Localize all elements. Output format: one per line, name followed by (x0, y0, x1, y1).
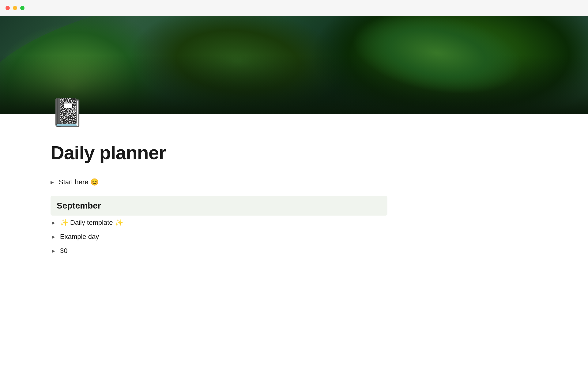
example-day-item[interactable]: ▶ Example day (52, 230, 537, 244)
toggle-arrow-daily-template: ▶ (52, 220, 55, 225)
day-30-label: 30 (60, 247, 67, 255)
section-items-list: ▶ ✨ Daily template ✨ ▶ Example day ▶ 30 (51, 216, 537, 258)
day-30-item[interactable]: ▶ 30 (52, 244, 537, 258)
minimize-button[interactable] (13, 6, 17, 10)
main-content: 📓 Daily planner ▶ Start here 😊 September… (0, 96, 588, 258)
toggle-arrow-example-day: ▶ (52, 234, 55, 239)
daily-template-label: ✨ Daily template ✨ (60, 219, 123, 227)
start-here-label: Start here 😊 (59, 178, 99, 186)
leaf-shadow (0, 55, 588, 114)
hero-banner (0, 16, 588, 114)
daily-template-item[interactable]: ▶ ✨ Daily template ✨ (52, 216, 537, 230)
september-section: September (51, 196, 387, 216)
start-here-toggle[interactable]: ▶ Start here 😊 (51, 176, 537, 189)
close-button[interactable] (6, 6, 10, 10)
page-icon[interactable]: 📓 (51, 96, 84, 129)
maximize-button[interactable] (20, 6, 24, 10)
notebook-emoji: 📓 (51, 99, 84, 126)
example-day-label: Example day (60, 233, 99, 241)
titlebar (0, 0, 588, 16)
toggle-arrow-start-here: ▶ (51, 180, 54, 185)
page-title: Daily planner (51, 142, 537, 163)
toggle-arrow-day-30: ▶ (52, 248, 55, 253)
sparkle-right: ✨ (115, 219, 123, 226)
sparkle-left: ✨ (60, 219, 68, 226)
section-title-september: September (57, 201, 381, 211)
